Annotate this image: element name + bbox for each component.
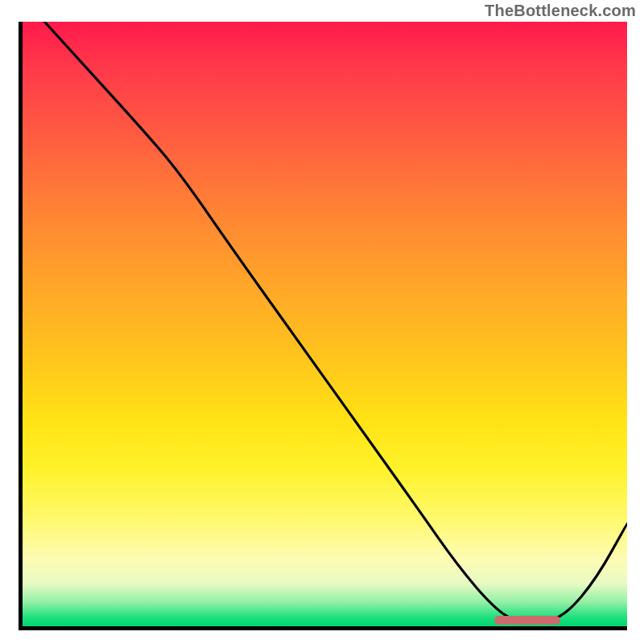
- plot-area: [23, 22, 627, 626]
- chart-container: TheBottleneck.com: [0, 0, 644, 644]
- watermark-text: TheBottleneck.com: [485, 2, 636, 20]
- optimal-range-marker: [494, 616, 561, 625]
- bottleneck-curve: [23, 22, 627, 626]
- plot-axes: [19, 22, 627, 630]
